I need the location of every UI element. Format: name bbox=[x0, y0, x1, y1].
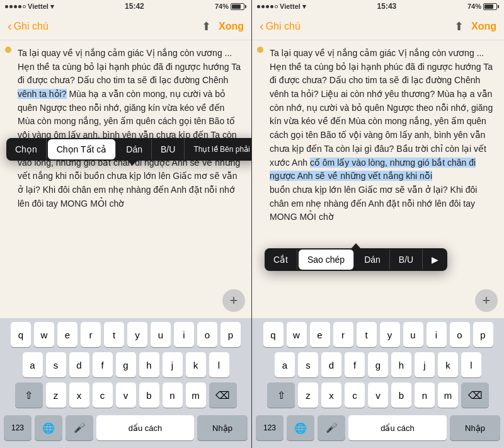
right-mic-key[interactable]: 🎤 bbox=[318, 415, 345, 440]
share-icon[interactable]: ⬆ bbox=[202, 20, 211, 33]
right-key-d[interactable]: d bbox=[321, 352, 341, 377]
right-menu-item-biu[interactable]: B/U bbox=[390, 250, 423, 270]
shift-key[interactable]: ⇧ bbox=[15, 382, 43, 408]
right-shift-key[interactable]: ⇧ bbox=[267, 382, 295, 408]
right-key-p[interactable]: p bbox=[473, 322, 493, 347]
left-keyboard-row-2: a s d f g h j k l bbox=[2, 352, 249, 377]
right-key-t[interactable]: t bbox=[357, 322, 377, 347]
key-s[interactable]: s bbox=[46, 352, 66, 377]
key-m[interactable]: m bbox=[186, 382, 206, 408]
left-keyboard-row-3: ⇧ z x c v b n m ⌫ bbox=[2, 382, 249, 408]
key-l[interactable]: l bbox=[209, 352, 229, 377]
chevron-left-icon: ‹ bbox=[8, 19, 12, 33]
right-key-g[interactable]: g bbox=[368, 352, 388, 377]
key-r[interactable]: r bbox=[81, 322, 101, 347]
left-note-content[interactable]: Ta lại quay về vị nắng cảm giác Vị nắng … bbox=[0, 40, 251, 217]
key-d[interactable]: d bbox=[69, 352, 89, 377]
wifi-icon: ▾ bbox=[50, 3, 54, 11]
right-key-e[interactable]: e bbox=[310, 322, 330, 347]
right-key-j[interactable]: j bbox=[415, 352, 435, 377]
key-k[interactable]: k bbox=[186, 352, 206, 377]
menu-arrow bbox=[127, 160, 137, 166]
key-n[interactable]: n bbox=[163, 382, 183, 408]
left-phone-panel: Viettel ▾ 15:42 74% ‹ Ghi chú ⬆ Xong Ta … bbox=[0, 0, 252, 448]
left-plus-button[interactable]: + bbox=[222, 289, 245, 312]
left-menu-item-dan[interactable]: Dán bbox=[117, 139, 152, 159]
key-x[interactable]: x bbox=[69, 382, 89, 408]
left-menu-item-chon[interactable]: Chọn bbox=[6, 139, 47, 159]
right-key-c[interactable]: c bbox=[345, 382, 365, 408]
left-menu-item-thut-le[interactable]: Thụt lề Bên phải bbox=[185, 140, 251, 159]
right-delete-key[interactable]: ⌫ bbox=[461, 382, 489, 408]
right-key-i[interactable]: i bbox=[427, 322, 447, 347]
right-back-button[interactable]: ‹ Ghi chú bbox=[260, 19, 301, 33]
mic-key[interactable]: 🎤 bbox=[66, 415, 93, 440]
right-key-o[interactable]: o bbox=[450, 322, 470, 347]
key-b[interactable]: b bbox=[139, 382, 159, 408]
right-key-h[interactable]: h bbox=[391, 352, 411, 377]
right-key-q[interactable]: q bbox=[263, 322, 284, 347]
return-key[interactable]: Nhập bbox=[197, 415, 248, 440]
right-key-k[interactable]: k bbox=[438, 352, 458, 377]
right-menu-item-dan[interactable]: Dán bbox=[355, 250, 390, 270]
key-g[interactable]: g bbox=[116, 352, 136, 377]
right-key-y[interactable]: y bbox=[380, 322, 400, 347]
right-keyboard-row-1: q w e r t y u i o p bbox=[254, 322, 502, 347]
key-u[interactable]: u bbox=[151, 322, 171, 347]
left-back-button[interactable]: ‹ Ghi chú bbox=[8, 19, 49, 33]
right-key-x[interactable]: x bbox=[321, 382, 341, 408]
key-o[interactable]: o bbox=[197, 322, 217, 347]
key-z[interactable]: z bbox=[46, 382, 66, 408]
right-done-button[interactable]: Xong bbox=[471, 21, 496, 32]
right-key-a[interactable]: a bbox=[275, 352, 295, 377]
right-key-v[interactable]: v bbox=[368, 382, 388, 408]
right-key-m[interactable]: m bbox=[438, 382, 458, 408]
right-key-f[interactable]: f bbox=[345, 352, 365, 377]
right-battery-icon bbox=[483, 3, 499, 10]
key-a[interactable]: a bbox=[23, 352, 43, 377]
right-return-key[interactable]: Nhập bbox=[450, 415, 500, 440]
key-q[interactable]: q bbox=[11, 322, 31, 347]
right-nav-right: ⬆ Xong bbox=[454, 20, 496, 33]
right-plus-button[interactable]: + bbox=[475, 289, 498, 312]
left-keyboard-bottom-row: 123 🌐 🎤 dấu cách Nhập bbox=[2, 413, 249, 445]
right-menu-item-sao-chep[interactable]: Sao chép bbox=[299, 250, 354, 270]
right-key-z[interactable]: z bbox=[298, 382, 318, 408]
right-menu-item-more[interactable]: ▶ bbox=[423, 250, 447, 270]
right-nav-bar: ‹ Ghi chú ⬆ Xong bbox=[252, 13, 504, 40]
right-menu-arrow bbox=[351, 243, 361, 249]
right-emoji-key[interactable]: 🌐 bbox=[287, 415, 314, 440]
left-done-button[interactable]: Xong bbox=[219, 21, 244, 32]
right-note-content[interactable]: Ta lại quay về vị nắng cảm giác Vị nắng … bbox=[252, 40, 504, 231]
key-t[interactable]: t bbox=[104, 322, 124, 347]
right-num-key[interactable]: 123 bbox=[256, 415, 284, 440]
left-context-menu: Chọn Chọn Tất cả Dán B/U Thụt lề Bên phả… bbox=[6, 138, 251, 161]
right-space-key[interactable]: dấu cách bbox=[348, 415, 447, 440]
key-v[interactable]: v bbox=[116, 382, 136, 408]
right-note-text: Ta lại quay về vị nắng cảm giác Vị nắng … bbox=[261, 47, 495, 224]
key-h[interactable]: h bbox=[139, 352, 159, 377]
right-key-n[interactable]: n bbox=[415, 382, 435, 408]
right-key-b[interactable]: b bbox=[391, 382, 411, 408]
delete-key[interactable]: ⌫ bbox=[209, 382, 237, 408]
key-e[interactable]: e bbox=[57, 322, 77, 347]
key-y[interactable]: y bbox=[127, 322, 147, 347]
right-key-l[interactable]: l bbox=[461, 352, 481, 377]
left-menu-item-chon-tat-ca[interactable]: Chọn Tất cả bbox=[48, 139, 117, 159]
left-menu-item-biu[interactable]: B/U bbox=[152, 139, 185, 159]
right-menu-item-cat[interactable]: Cắt bbox=[265, 250, 297, 270]
right-key-r[interactable]: r bbox=[333, 322, 353, 347]
space-key[interactable]: dấu cách bbox=[96, 415, 194, 440]
right-key-w[interactable]: w bbox=[287, 322, 307, 347]
right-key-s[interactable]: s bbox=[298, 352, 318, 377]
right-key-u[interactable]: u bbox=[403, 322, 423, 347]
right-share-icon[interactable]: ⬆ bbox=[454, 20, 464, 33]
emoji-key[interactable]: 🌐 bbox=[35, 415, 62, 440]
key-i[interactable]: i bbox=[174, 322, 194, 347]
key-j[interactable]: j bbox=[163, 352, 183, 377]
key-w[interactable]: w bbox=[34, 322, 54, 347]
key-c[interactable]: c bbox=[93, 382, 113, 408]
key-f[interactable]: f bbox=[93, 352, 113, 377]
num-key[interactable]: 123 bbox=[4, 415, 32, 440]
key-p[interactable]: p bbox=[220, 322, 241, 347]
